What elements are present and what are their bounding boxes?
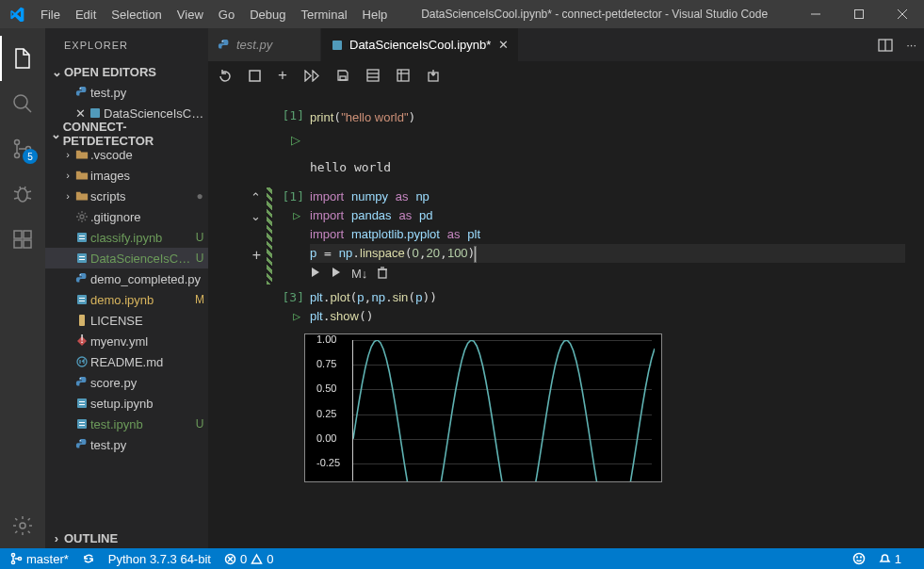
notebook[interactable]: [1] print("hello world") ▷ hello world ⌃… — [208, 89, 924, 548]
svg-rect-38 — [77, 398, 87, 408]
file-item[interactable]: score.py — [45, 372, 208, 393]
nb-file-icon — [73, 252, 90, 265]
svg-rect-26 — [79, 238, 85, 239]
file-item[interactable]: !myenv.yml — [45, 331, 208, 351]
menu-selection[interactable]: Selection — [104, 0, 169, 28]
menu-debug[interactable]: Debug — [242, 0, 293, 28]
feedback-icon[interactable] — [852, 552, 866, 565]
file-item[interactable]: ›scripts● — [45, 186, 208, 206]
folder-file-icon — [73, 189, 90, 203]
activity-debug[interactable] — [0, 171, 45, 217]
svg-line-10 — [14, 191, 18, 192]
delete-cell-icon[interactable] — [377, 267, 388, 281]
svg-rect-27 — [77, 253, 87, 263]
folder-file-icon — [73, 169, 90, 182]
play-icon[interactable]: ▷ — [272, 131, 310, 147]
file-item[interactable]: test.ipynbU — [45, 414, 208, 434]
text-cursor — [475, 247, 476, 262]
notifications[interactable]: 1 — [879, 552, 901, 566]
menu-terminal[interactable]: Terminal — [293, 0, 354, 28]
svg-rect-51 — [367, 70, 379, 81]
collapse-up-icon[interactable]: ⌃ — [251, 190, 261, 204]
workspace-header[interactable]: ⌄ CONNECT-PETDETECTOR — [45, 123, 208, 144]
run-cell-button[interactable]: ▷ — [208, 131, 924, 147]
restart-kernel-icon[interactable] — [218, 69, 232, 83]
tab-notebook[interactable]: DataScienceIsCool.ipynb* ✕ — [321, 28, 519, 61]
activity-extensions[interactable] — [0, 217, 45, 262]
git-status: U — [191, 252, 208, 265]
window-title: DataScienceIsCool.ipynb* - connect-petde… — [395, 8, 794, 21]
file-item[interactable]: ›.vscode — [45, 144, 208, 165]
export-icon[interactable] — [427, 69, 440, 82]
markdown-toggle[interactable]: M↓ — [351, 267, 367, 281]
branch-label: master* — [26, 552, 69, 566]
activity-source-control[interactable]: 5 — [0, 126, 45, 171]
code-cell[interactable]: [1] print("hello world") — [208, 108, 924, 127]
file-item[interactable]: test.py — [45, 434, 208, 455]
file-item[interactable]: DataScienceIsCo...U — [45, 248, 208, 268]
file-item[interactable]: setup.ipynb — [45, 393, 208, 414]
chevron-right-icon: › — [62, 170, 73, 181]
plot-output: 1.000.750.500.250.00-0.25 — [304, 333, 662, 482]
svg-rect-29 — [79, 259, 85, 260]
nb-file-icon — [73, 397, 90, 410]
file-label: .vscode — [90, 148, 208, 162]
close-icon[interactable]: ✕ — [498, 38, 509, 52]
svg-rect-16 — [14, 231, 22, 238]
sidebar: EXPLORER ⌄ OPEN EDITORS test.py ✕ DataSc… — [45, 28, 208, 548]
menu-go[interactable]: Go — [211, 0, 242, 28]
activity-search[interactable] — [0, 81, 45, 126]
open-editor-item[interactable]: test.py — [45, 82, 208, 103]
file-label: scripts — [90, 189, 191, 203]
file-item[interactable]: .gitignore — [45, 206, 208, 227]
code-cell[interactable]: ⌃ ⌄ + [1] ▷ import numpy as np import pa… — [208, 187, 924, 284]
chevron-right-icon: › — [62, 149, 73, 160]
play-icon[interactable]: ▷ — [272, 307, 310, 326]
svg-text:!: ! — [80, 334, 84, 346]
split-editor-icon[interactable] — [878, 38, 893, 53]
git-branch[interactable]: master* — [9, 552, 69, 566]
outline-header[interactable]: › OUTLINE — [45, 528, 208, 548]
interrupt-icon[interactable] — [249, 70, 261, 82]
file-item[interactable]: classify.ipynbU — [45, 227, 208, 248]
file-label: test.py — [90, 86, 208, 100]
yml-file-icon: ! — [73, 334, 90, 348]
run-cell-icon[interactable] — [310, 267, 321, 281]
file-item[interactable]: LICENSE — [45, 310, 208, 331]
more-actions-icon[interactable]: ··· — [906, 38, 916, 52]
save-icon[interactable] — [336, 69, 349, 82]
cell-prompt: [3] — [272, 288, 310, 307]
file-item[interactable]: demo_completed.py — [45, 268, 208, 289]
file-item[interactable]: demo.ipynbM — [45, 289, 208, 310]
maximize-button[interactable] — [837, 0, 881, 28]
tab-testpy[interactable]: test.py — [208, 28, 321, 61]
menu-help[interactable]: Help — [355, 0, 396, 28]
open-editor-item[interactable]: ✕ DataScienceIsCoo... — [45, 103, 208, 123]
add-cell-icon[interactable]: + — [278, 66, 287, 85]
tabs: test.py DataScienceIsCool.ipynb* ✕ ··· — [208, 28, 924, 61]
file-item[interactable]: README.md — [45, 351, 208, 372]
close-icon[interactable]: ✕ — [73, 106, 87, 121]
svg-rect-31 — [77, 295, 87, 304]
sync-button[interactable] — [82, 552, 95, 565]
menu-edit[interactable]: Edit — [68, 0, 104, 28]
add-cell-below-icon[interactable]: + — [252, 247, 261, 264]
menu-view[interactable]: View — [170, 0, 211, 28]
problems[interactable]: 0 0 — [224, 552, 273, 566]
minimize-button[interactable] — [794, 0, 837, 28]
open-editors-header[interactable]: ⌄ OPEN EDITORS — [45, 61, 208, 82]
python-interpreter[interactable]: Python 3.7.3 64-bit — [108, 552, 211, 566]
close-button[interactable] — [881, 0, 924, 28]
play-icon[interactable]: ▷ — [272, 206, 310, 225]
menu-file[interactable]: File — [33, 0, 68, 28]
variables-icon[interactable] — [397, 69, 410, 82]
file-item[interactable]: ›images — [45, 165, 208, 186]
collapse-down-icon[interactable]: ⌄ — [251, 209, 261, 223]
activity-settings[interactable] — [0, 503, 45, 548]
run-above-icon[interactable] — [331, 267, 342, 281]
activity-explorer[interactable] — [0, 36, 45, 81]
code-cell[interactable]: [3] ▷ plt.plot(p,np.sin(p)) plt.show() — [208, 288, 924, 326]
file-label: test.ipynb — [90, 417, 191, 431]
cells-icon[interactable] — [366, 69, 380, 82]
run-all-icon[interactable] — [304, 70, 319, 82]
